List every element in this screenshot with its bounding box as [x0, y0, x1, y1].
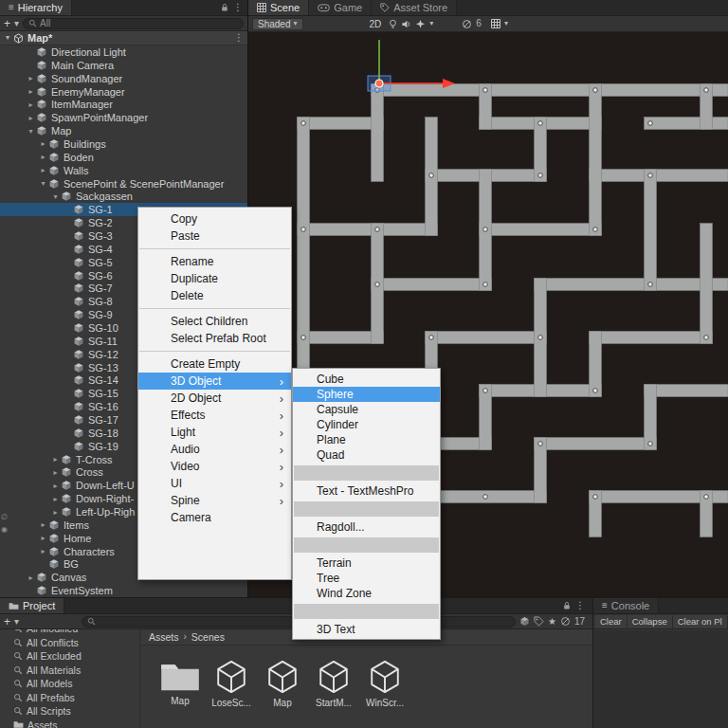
- view-tab[interactable]: Game: [309, 0, 372, 15]
- expand-arrow-icon[interactable]: ▸: [38, 534, 48, 542]
- tab-console[interactable]: ≡ Console: [593, 598, 659, 613]
- submenu-item[interactable]: Sphere: [293, 387, 440, 402]
- package-filter-icon[interactable]: [519, 616, 530, 627]
- console-log-area[interactable]: [593, 630, 728, 728]
- create-dropdown-caret-icon[interactable]: ▾: [14, 617, 19, 627]
- hierarchy-row[interactable]: ▾ Sackgassen: [0, 190, 247, 203]
- hierarchy-row[interactable]: ▸ SoundManager: [0, 72, 247, 85]
- pickability-toggle-icon[interactable]: ◉: [1, 525, 8, 534]
- context-menu-item[interactable]: Audio ›: [138, 441, 291, 458]
- context-menu-item[interactable]: UI ›: [138, 475, 291, 492]
- submenu-item[interactable]: 3D Text: [293, 622, 440, 637]
- submenu-item[interactable]: Cube: [293, 372, 440, 387]
- lock-icon[interactable]: [221, 3, 228, 12]
- context-menu-item[interactable]: Video ›: [138, 458, 291, 475]
- expand-arrow-icon[interactable]: ▸: [26, 87, 36, 96]
- expand-arrow-icon[interactable]: ▾: [38, 179, 48, 188]
- asset-tile[interactable]: StartM...: [309, 659, 358, 708]
- expand-arrow-icon[interactable]: ▸: [26, 114, 36, 122]
- scene-kebab-icon[interactable]: ⋮: [234, 33, 244, 43]
- context-menu-item[interactable]: [139, 351, 290, 352]
- breadcrumb-current[interactable]: Scenes: [191, 631, 225, 643]
- submenu-item[interactable]: Plane: [293, 432, 440, 447]
- console-button[interactable]: Clear: [595, 615, 628, 628]
- expand-arrow-icon[interactable]: ▾: [26, 127, 36, 136]
- console-button[interactable]: Collapse: [628, 615, 673, 628]
- grid-settings-icon[interactable]: [491, 19, 500, 28]
- grid-dropdown-caret-icon[interactable]: ▾: [504, 20, 508, 27]
- submenu-item[interactable]: Capsule: [293, 402, 440, 417]
- hierarchy-row[interactable]: ▸ Boden: [0, 151, 247, 164]
- label-filter-icon[interactable]: [534, 616, 544, 627]
- hierarchy-row[interactable]: ▸ Walls: [0, 164, 247, 177]
- context-menu-item[interactable]: Camera: [138, 509, 291, 526]
- favorite-item[interactable]: All Prefabs: [0, 691, 139, 705]
- asset-tile[interactable]: WinScr...: [360, 659, 410, 708]
- submenu-item[interactable]: [294, 537, 439, 553]
- context-menu-item[interactable]: Rename: [138, 253, 291, 270]
- hierarchy-row[interactable]: ▸ EnemyManager: [0, 85, 247, 99]
- expand-arrow-icon[interactable]: ▸: [50, 508, 61, 517]
- create-dropdown-caret-icon[interactable]: ▾: [14, 19, 19, 28]
- submenu-item[interactable]: Terrain: [293, 555, 440, 571]
- view-tab[interactable]: Asset Store: [372, 0, 457, 15]
- hidden-objects-icon[interactable]: [462, 19, 472, 29]
- context-menu-item[interactable]: Paste: [138, 228, 291, 245]
- hierarchy-search-input[interactable]: All: [23, 18, 244, 29]
- asset-tile[interactable]: LoseSc...: [207, 659, 256, 708]
- expand-arrow-icon[interactable]: ▸: [38, 139, 48, 148]
- submenu-item[interactable]: [294, 604, 439, 619]
- hierarchy-row[interactable]: Directional Light: [0, 46, 247, 59]
- visibility-toggle-icon[interactable]: ∅: [1, 513, 8, 521]
- hierarchy-row[interactable]: EventSystem: [0, 584, 247, 597]
- expand-arrow-icon[interactable]: ▸: [38, 153, 48, 161]
- expand-arrow-icon[interactable]: ▸: [38, 520, 48, 529]
- kebab-menu-icon[interactable]: ⋮: [233, 3, 243, 12]
- context-menu-item[interactable]: Light ›: [138, 424, 291, 441]
- context-menu-item[interactable]: Create Empty: [138, 355, 291, 373]
- expand-arrow-icon[interactable]: ▸: [38, 547, 48, 555]
- submenu-item[interactable]: Wind Zone: [293, 586, 440, 601]
- expand-arrow-icon[interactable]: ▸: [50, 468, 61, 477]
- expand-arrow-icon[interactable]: ▸: [50, 482, 61, 490]
- console-button[interactable]: Clear on Pl: [673, 615, 728, 628]
- submenu-item[interactable]: Cylinder: [293, 417, 440, 432]
- favorite-star-icon[interactable]: ★: [548, 617, 556, 627]
- tab-hierarchy[interactable]: ≡ Hierarchy: [0, 0, 72, 15]
- expand-arrow-icon[interactable]: ▸: [26, 74, 36, 82]
- favorite-item[interactable]: All Conflicts: [0, 636, 139, 650]
- context-menu-item[interactable]: Select Children: [138, 313, 291, 330]
- context-menu-item[interactable]: Spine ›: [138, 492, 291, 509]
- expand-arrow-icon[interactable]: ▾: [50, 192, 61, 201]
- asset-tile[interactable]: Map: [155, 659, 205, 706]
- submenu-item[interactable]: Quad: [293, 447, 440, 463]
- favorite-item[interactable]: All Scripts: [0, 704, 139, 719]
- kebab-menu-icon[interactable]: ⋮: [575, 601, 585, 610]
- scene-foldout-arrow[interactable]: ▾: [6, 34, 9, 42]
- context-menu-item[interactable]: 2D Object ›: [138, 390, 291, 407]
- favorite-item[interactable]: Assets: [0, 719, 139, 728]
- favorite-item[interactable]: All Models: [0, 677, 139, 691]
- expand-arrow-icon[interactable]: ▸: [38, 166, 48, 174]
- context-menu-item[interactable]: 3D Object ›: [138, 373, 291, 390]
- hierarchy-row[interactable]: ▸ ItemManager: [0, 98, 247, 111]
- scene-lighting-icon[interactable]: [389, 19, 397, 29]
- hierarchy-row[interactable]: ▾ ScenePoint & ScenePointManager: [0, 177, 247, 191]
- asset-tile[interactable]: Map: [258, 659, 307, 708]
- expand-arrow-icon[interactable]: ▸: [26, 573, 36, 582]
- view-tab[interactable]: Scene: [248, 0, 309, 15]
- tab-project[interactable]: Project: [0, 598, 64, 613]
- context-menu-item[interactable]: Delete: [138, 287, 291, 304]
- submenu-item[interactable]: [294, 465, 439, 481]
- expand-arrow-icon[interactable]: ▸: [50, 495, 61, 503]
- lock-icon[interactable]: [563, 601, 571, 610]
- submenu-item[interactable]: [294, 501, 439, 517]
- expand-arrow-icon[interactable]: ▸: [26, 100, 36, 109]
- hierarchy-row[interactable]: ▸ SpawnPointManager: [0, 111, 247, 124]
- shading-mode-dropdown[interactable]: Shaded ▾: [252, 18, 303, 30]
- breadcrumb-root[interactable]: Assets: [149, 631, 179, 643]
- scene-effects-icon[interactable]: [415, 19, 426, 29]
- effects-dropdown-caret-icon[interactable]: ▾: [429, 20, 433, 27]
- context-menu-item[interactable]: [139, 248, 290, 249]
- hierarchy-row[interactable]: ▸ Buildings: [0, 137, 247, 151]
